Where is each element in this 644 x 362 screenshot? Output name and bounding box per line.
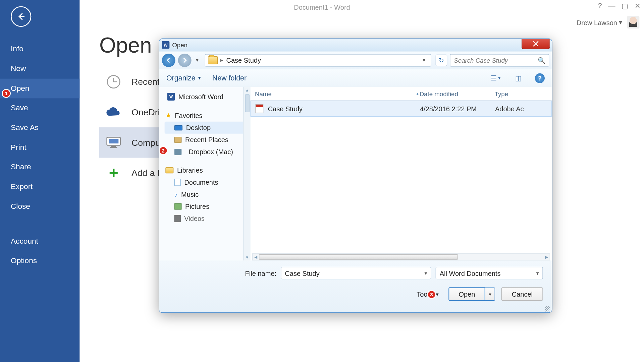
back-button[interactable] — [11, 6, 31, 27]
close-icon — [533, 41, 539, 46]
file-list-area: Name▲ Date modified Type Case Study 4/28… — [251, 87, 552, 260]
file-row[interactable]: Case Study 4/28/2016 2:22 PM Adobe Ac — [251, 101, 552, 117]
open-button[interactable]: Open — [448, 287, 485, 301]
dialog-close-button[interactable] — [522, 39, 550, 49]
nav-print[interactable]: Print — [0, 138, 79, 158]
nav-save[interactable]: Save — [0, 98, 79, 118]
hscroll-thumb[interactable] — [259, 254, 458, 260]
file-name-value: Case Study — [285, 269, 319, 277]
videos-icon — [174, 215, 181, 222]
nav-dropbox[interactable]: Dropbox (Mac) — [165, 146, 249, 158]
scroll-down-icon[interactable]: ▼ — [245, 255, 249, 259]
help-icon: ? — [538, 74, 542, 81]
nav-documents[interactable]: Documents — [165, 176, 249, 188]
breadcrumb-separator-icon: ▸ — [220, 57, 223, 63]
documents-icon — [174, 179, 181, 186]
dialog-titlebar[interactable]: W Open — [159, 39, 552, 51]
chevron-down-icon[interactable]: ▼ — [535, 270, 540, 276]
preview-pane-button[interactable]: ◫ — [513, 73, 524, 83]
nav-share[interactable]: Share — [0, 157, 79, 177]
list-view-icon: ☰ — [491, 74, 496, 82]
resize-grip-icon[interactable] — [545, 306, 550, 311]
column-headers[interactable]: Name▲ Date modified Type — [251, 87, 552, 101]
sort-indicator-icon: ▲ — [416, 92, 420, 96]
scroll-left-icon[interactable]: ◀ — [253, 255, 259, 259]
new-folder-button[interactable]: New folder — [212, 74, 247, 82]
file-date: 4/28/2016 2:22 PM — [420, 105, 495, 113]
nav-save-as[interactable]: Save As — [0, 118, 79, 138]
scroll-thumb[interactable] — [245, 94, 249, 112]
backstage-sidebar: Info New Open Save Save As Print Share E… — [0, 0, 79, 362]
organize-menu[interactable]: Organize ▼ — [166, 74, 202, 82]
nav-info[interactable]: Info — [0, 39, 79, 59]
dialog-nav-row: ▼ ▸ Case Study ▼ ↻ 🔍 — [159, 51, 552, 69]
nav-new[interactable]: New — [0, 59, 79, 79]
horizontal-scrollbar[interactable]: ◀ ▶ — [252, 253, 550, 260]
pdf-icon — [255, 104, 263, 113]
scroll-up-icon[interactable]: ▲ — [245, 88, 249, 93]
breadcrumb-text: Case Study — [226, 56, 261, 64]
star-icon: ★ — [165, 111, 171, 119]
cancel-button[interactable]: Cancel — [501, 287, 543, 301]
nav-forward-button[interactable] — [178, 53, 192, 67]
music-icon: ♪ — [174, 191, 177, 198]
search-input[interactable] — [454, 57, 535, 64]
nav-close[interactable]: Close — [0, 197, 79, 217]
desktop-icon — [174, 125, 182, 130]
nav-open[interactable]: Open — [0, 79, 79, 99]
open-button-dropdown[interactable]: ▼ — [485, 287, 495, 301]
nav-videos[interactable]: Videos — [165, 212, 249, 224]
chevron-down-icon[interactable]: ▼ — [424, 270, 428, 276]
computer-icon — [105, 134, 122, 152]
nav-word[interactable]: WMicrosoft Word — [165, 91, 249, 103]
callout-2: 2 — [159, 146, 168, 155]
callout-1: 1 — [2, 89, 11, 98]
nav-back-button[interactable] — [162, 53, 175, 67]
file-type: Adobe Ac — [495, 105, 551, 113]
history-dropdown[interactable]: ▼ — [194, 58, 201, 63]
nav-export[interactable]: Export — [0, 177, 79, 197]
nav-pictures[interactable]: Pictures — [165, 200, 249, 212]
view-mode-button[interactable]: ☰▼ — [490, 73, 502, 83]
cloud-icon — [105, 103, 122, 121]
callout-3: 3 — [427, 290, 436, 299]
word-icon: W — [167, 93, 175, 101]
search-box[interactable]: 🔍 — [450, 54, 549, 66]
dialog-footer: File name: Case Study ▼ All Word Documen… — [159, 260, 552, 313]
col-name[interactable]: Name — [255, 90, 272, 97]
libraries-section[interactable]: Libraries — [165, 164, 249, 176]
clock-icon — [105, 73, 122, 90]
help-button[interactable]: ? — [535, 73, 545, 83]
plus-icon: + — [105, 164, 122, 182]
nav-pane-scrollbar[interactable]: ▲ ▼ — [243, 87, 250, 260]
chevron-down-icon: ▼ — [488, 292, 492, 297]
svg-rect-5 — [109, 139, 118, 143]
libraries-icon — [165, 167, 173, 173]
arrow-right-icon — [181, 57, 188, 63]
scroll-right-icon[interactable]: ▶ — [543, 255, 550, 259]
nav-recent-places[interactable]: Recent Places — [165, 134, 249, 146]
arrow-left-icon — [165, 57, 172, 63]
file-type-filter[interactable]: All Word Documents ▼ — [436, 267, 543, 279]
nav-music[interactable]: ♪Music — [165, 188, 249, 200]
favorites-section[interactable]: ★Favorites — [165, 109, 249, 121]
nav-desktop[interactable]: Desktop — [165, 122, 249, 134]
navigation-pane: WMicrosoft Word ★Favorites Desktop Recen… — [159, 87, 251, 260]
pictures-icon — [174, 203, 181, 209]
col-date-modified[interactable]: Date modified — [420, 90, 495, 97]
svg-rect-7 — [110, 147, 117, 148]
col-type[interactable]: Type — [495, 90, 552, 97]
dialog-body: WMicrosoft Word ★Favorites Desktop Recen… — [159, 87, 552, 260]
file-name: Case Study — [268, 105, 303, 113]
dialog-toolbar: Organize ▼ New folder ☰▼ ◫ ? — [159, 69, 552, 87]
address-bar[interactable]: ▸ Case Study ▼ — [205, 54, 431, 66]
refresh-button[interactable]: ↻ — [436, 54, 447, 66]
address-dropdown-icon[interactable]: ▼ — [420, 58, 428, 63]
nav-account[interactable]: Account — [0, 232, 79, 251]
dialog-title: Open — [172, 41, 187, 48]
search-icon: 🔍 — [538, 57, 545, 64]
nav-options[interactable]: Options — [0, 251, 79, 271]
file-name-combo[interactable]: Case Study ▼ — [281, 267, 431, 279]
place-label: Recent — [131, 77, 160, 87]
recent-places-icon — [174, 136, 181, 143]
